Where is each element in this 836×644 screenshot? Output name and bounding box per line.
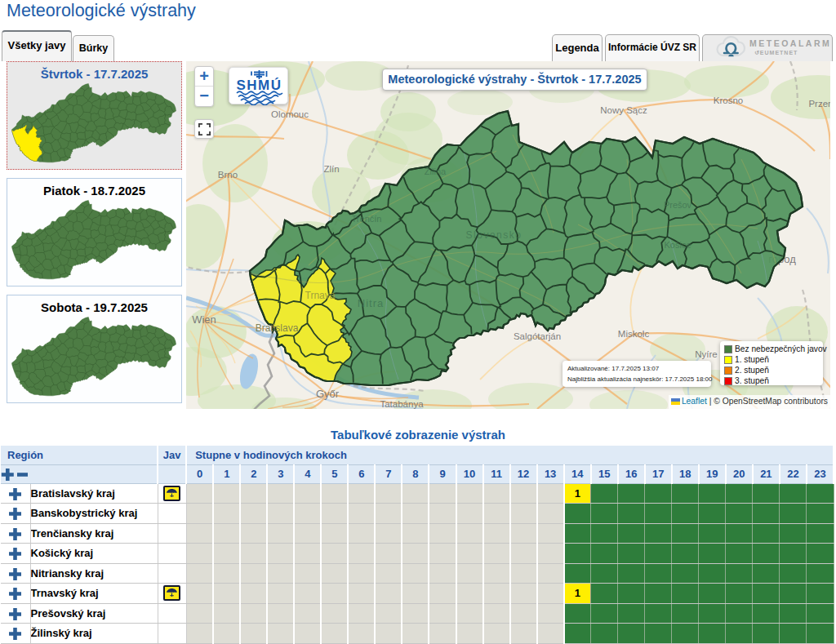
svg-text:Wien: Wien	[192, 313, 216, 326]
svg-text:Krosno: Krosno	[714, 95, 743, 105]
svg-text:Slovensko: Slovensko	[466, 229, 522, 241]
svg-text:Trenčín: Trenčín	[352, 214, 382, 224]
svg-text:Przem: Przem	[808, 99, 830, 109]
svg-text:Tatabánya: Tatabánya	[380, 399, 424, 409]
svg-text:Nowy Sącz: Nowy Sącz	[600, 105, 647, 115]
svg-text:SHMÚ: SHMÚ	[236, 78, 282, 93]
svg-text:↺EUMETNET: ↺EUMETNET	[754, 50, 798, 56]
svg-text:Bratislava: Bratislava	[256, 322, 299, 334]
svg-text:Zlín: Zlín	[323, 164, 339, 174]
svg-text:Prešov: Prešov	[664, 200, 692, 210]
svg-text:Miskolc: Miskolc	[618, 329, 650, 339]
svg-text:Brno: Brno	[218, 170, 238, 180]
svg-text:Nyíre: Nyíre	[695, 349, 717, 359]
svg-text:Olomouc: Olomouc	[271, 109, 309, 119]
svg-text:Žilina: Žilina	[425, 167, 447, 176]
svg-text:Győr: Győr	[316, 388, 340, 400]
svg-text:Salgótarján: Salgótarján	[514, 331, 561, 341]
svg-text:Nitra: Nitra	[358, 297, 384, 309]
svg-text:METEOALARM: METEOALARM	[749, 38, 831, 48]
svg-text:Košice: Košice	[664, 240, 691, 250]
svg-text:Trnava: Trnava	[305, 290, 336, 301]
